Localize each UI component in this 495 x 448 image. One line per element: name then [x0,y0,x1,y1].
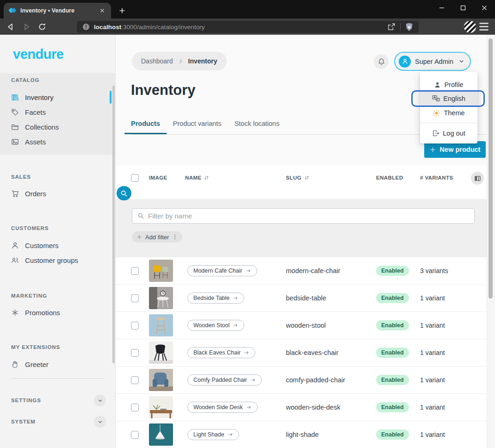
product-name-link[interactable]: Wooden Stool [187,320,244,331]
user-dropdown-menu: Profile English Theme Log out [420,72,477,143]
chevron-down-icon[interactable] [94,394,106,406]
close-button[interactable] [474,0,495,16]
product-name-link[interactable]: Light Shade [187,429,239,440]
search-toggle-button[interactable] [117,186,131,200]
url-bar[interactable]: localhost:3000/admin/catalog/inventory [77,21,419,33]
row-checkbox[interactable] [131,267,139,275]
sidebar: vendure CATALOG Inventory Facets Collect… [0,35,116,448]
column-header-image: IMAGE [149,175,167,180]
variant-count: 1 variant [420,349,445,356]
row-checkbox[interactable] [131,294,139,302]
settings-label: SETTINGS [11,398,94,403]
reload-icon[interactable] [38,23,46,31]
tab-products[interactable]: Products [124,120,167,134]
window-controls [431,0,495,16]
product-name: Light Shade [193,431,224,438]
column-settings-button[interactable] [471,172,484,185]
browser-tab[interactable]: Inventory • Vendure [4,3,111,19]
profile-icon [434,81,441,88]
vendure-logo[interactable]: vendure [13,47,63,62]
sort-icon[interactable] [204,175,209,180]
product-name-link[interactable]: Wooden Side Desk [187,402,258,413]
sidebar-item-label: Promotions [25,309,60,317]
back-icon[interactable] [6,23,15,31]
product-name-link[interactable]: Bedside Table [187,292,244,304]
row-checkbox[interactable] [131,431,139,439]
menu-item-language[interactable]: English [420,92,477,106]
filter-search-input[interactable] [148,212,469,220]
sidebar-item-assets[interactable]: Assets [0,134,115,149]
user-menu-button[interactable]: Super Admin [394,52,471,71]
page-scrollbar-thumb[interactable] [489,38,493,299]
sidebar-section-settings[interactable]: SETTINGS [0,393,115,408]
page-title: Inventory [131,82,196,99]
notifications-button[interactable] [374,54,389,69]
sidebar-item-customer-groups[interactable]: Customer groups [0,253,115,268]
sidebar-divider [11,378,104,379]
chevron-down-icon[interactable] [94,416,106,428]
arrow-right-icon [233,296,238,300]
tag-icon [11,108,19,116]
sidebar-item-greeter[interactable]: Greeter [0,357,115,372]
row-checkbox[interactable] [131,349,139,357]
add-filter-label: Add filter [145,234,169,241]
kebab-menu-icon[interactable] [172,234,178,240]
sidebar-item-label: Orders [25,190,46,198]
product-slug: light-shade [286,431,376,438]
sidebar-item-label: Greeter [25,361,49,368]
new-tab-button[interactable] [117,5,128,16]
product-thumbnail [149,423,173,446]
row-checkbox[interactable] [131,376,139,384]
tab-product-variants[interactable]: Product variants [167,120,228,134]
brave-shield-icon[interactable] [405,23,413,31]
product-name-link[interactable]: Black Eaves Chair [187,347,255,358]
forward-icon[interactable] [22,23,31,31]
sidebar-item-label: Inventory [25,93,54,101]
column-header-slug[interactable]: SLUG [286,175,309,180]
tab-stock-locations[interactable]: Stock locations [228,120,286,134]
maximize-button[interactable] [452,0,474,16]
table-row: Black Eaves Chair black-eaves-chair Enab… [116,339,487,367]
sidebar-item-customers[interactable]: Customers [0,238,115,253]
filter-zone [116,199,487,257]
column-header-name[interactable]: NAME [185,175,209,180]
sidebar-item-collections[interactable]: Collections [0,119,115,134]
filter-search-field[interactable] [132,208,475,224]
menu-item-profile[interactable]: Profile [420,78,477,92]
browser-menu-icon[interactable] [479,23,489,31]
select-all-checkbox[interactable] [131,174,139,182]
breadcrumb-dashboard[interactable]: Dashboard [141,57,173,65]
site-info-icon[interactable] [82,23,90,31]
product-name: Black Eaves Chair [193,349,241,356]
users-icon [11,256,19,264]
sidebar-scrollbar[interactable] [112,86,115,363]
new-product-button[interactable]: New product [424,141,486,158]
asterisk-icon [11,309,19,317]
product-name-link[interactable]: Modern Cafe Chair [187,265,257,276]
sidebar-item-label: Customer groups [25,256,78,264]
add-filter-button[interactable]: Add filter [132,231,182,243]
variant-count: 1 variant [420,404,445,411]
browser-profile-avatar[interactable] [464,20,476,33]
product-thumbnail [149,287,173,309]
sidebar-item-orders[interactable]: Orders [0,186,115,201]
sidebar-item-inventory[interactable]: Inventory [0,90,115,105]
sidebar-item-promotions[interactable]: Promotions [0,305,115,320]
product-thumbnail [149,396,173,418]
menu-item-label: Profile [444,81,463,88]
row-checkbox[interactable] [131,322,139,330]
row-checkbox[interactable] [131,404,139,411]
share-icon[interactable] [387,23,396,31]
sort-icon[interactable] [304,175,309,180]
product-name: Wooden Stool [193,322,229,329]
menu-item-theme[interactable]: Theme [420,106,477,120]
user-name: Super Admin [415,58,454,65]
sidebar-section-system[interactable]: SYSTEM [0,414,115,429]
tab-close-icon[interactable] [98,6,106,15]
sidebar-item-facets[interactable]: Facets [0,105,115,119]
minimize-button[interactable] [431,0,452,16]
menu-item-logout[interactable]: Log out [420,126,477,140]
product-name: Wooden Side Desk [193,404,243,411]
product-name-link[interactable]: Comfy Padded Chair [187,374,262,386]
table-row: Wooden Stool wooden-stool Enabled 1 vari… [116,312,487,339]
